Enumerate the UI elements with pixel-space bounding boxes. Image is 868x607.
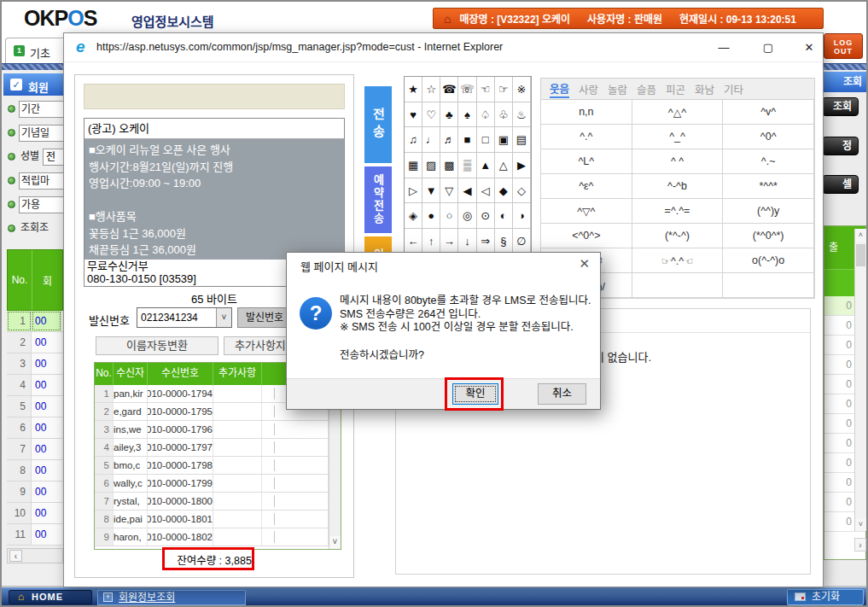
chevron-down-icon[interactable]: ˅ (216, 308, 231, 327)
excel-button[interactable]: 셀 (822, 175, 859, 194)
symbol-char[interactable]: ☎ (440, 77, 458, 102)
symbol-char[interactable]: ◁ (477, 178, 495, 204)
symbol-char[interactable]: ♨ (513, 102, 531, 128)
search-field-row[interactable]: 적립마 (3, 169, 66, 193)
symbol-char[interactable]: ◐ (495, 203, 513, 229)
emoticon-tab[interactable]: 피곤 (666, 81, 685, 97)
cancel-button[interactable]: 취소 (538, 383, 586, 405)
emoticon-item[interactable]: n,n (541, 100, 632, 125)
emoticon-item[interactable]: ^v^ (723, 100, 814, 125)
emoticon-tab[interactable]: 화남 (695, 81, 714, 97)
symbol-char[interactable]: ▼ (422, 178, 440, 204)
emoticon-item[interactable] (632, 273, 724, 298)
emoticon-item[interactable]: *^^* (723, 174, 814, 199)
send-button[interactable]: 전송 (364, 86, 392, 163)
home-button[interactable]: ⌂HOME (9, 590, 92, 604)
delete-x-icon[interactable] (262, 477, 328, 492)
scroll-left-icon[interactable]: ‹ (9, 550, 22, 562)
maximize-button[interactable]: ▢ (750, 33, 786, 62)
symbol-char[interactable]: ← (405, 229, 422, 254)
symbol-char[interactable]: ♧ (495, 102, 513, 128)
symbol-char[interactable]: ♫ (405, 127, 422, 153)
symbol-char[interactable]: ▤ (513, 127, 531, 153)
recipient-row[interactable]: 8 ide,pai 010-0000-1801 (95, 511, 341, 528)
scroll-right-icon[interactable]: › (854, 538, 866, 552)
recipient-row[interactable]: 6 wally,c 010-0000-1799 (95, 475, 341, 493)
emoticon-item[interactable]: ^.~ (723, 149, 814, 174)
recipient-row[interactable]: 9 haron, 010-0000-1802 (95, 528, 341, 546)
symbol-char[interactable]: ♠ (458, 102, 476, 128)
symbol-char[interactable]: ※ (513, 77, 531, 102)
delete-x-icon[interactable] (262, 423, 328, 438)
emoticon-item[interactable]: ☞^.^☜ (632, 248, 724, 273)
scroll-up-icon[interactable]: ˄ (855, 229, 866, 242)
symbol-char[interactable]: ▦ (405, 153, 422, 178)
emoticon-tab[interactable]: 사랑 (579, 81, 598, 97)
delete-x-icon[interactable] (262, 495, 328, 510)
symbol-char[interactable]: ↓ (458, 229, 476, 254)
member-table-row[interactable]: 9 00 (7, 482, 63, 503)
symbol-char[interactable]: → (440, 229, 458, 254)
recipient-row[interactable]: 3 ins,we 010-0000-1796 (95, 421, 341, 439)
symbol-char[interactable]: ▲ (477, 153, 495, 178)
emoticon-item[interactable] (723, 273, 814, 298)
symbol-char[interactable]: ☞ (495, 77, 513, 102)
emoticon-tab[interactable]: 기타 (724, 81, 743, 97)
symbol-char[interactable]: ▣ (495, 127, 513, 153)
emoticon-item[interactable]: ^△^ (632, 100, 724, 125)
emoticon-item[interactable]: ^▽^ (541, 199, 632, 224)
symbol-char[interactable]: ◑ (513, 203, 531, 229)
symbol-char[interactable]: ⇒ (477, 229, 495, 254)
tab-basic[interactable]: 1 기초 (5, 38, 67, 63)
symbol-char[interactable]: ▽ (440, 178, 458, 204)
logout-button[interactable]: LOG OUT (824, 33, 863, 59)
symbol-char[interactable]: ▷ (405, 178, 422, 204)
symbol-char[interactable]: ☆ (422, 77, 440, 102)
member-table-row[interactable]: 7 00 (7, 439, 63, 460)
emoticon-item[interactable]: ^ε^ (541, 174, 632, 199)
symbol-char[interactable]: ♩ (422, 127, 440, 153)
sender-number-select[interactable]: 0212341234 ˅ (137, 307, 232, 328)
scrollbar-thumb[interactable] (856, 244, 865, 266)
symbol-char[interactable]: ☏ (458, 77, 476, 102)
member-table-hscrollbar[interactable]: ‹ (7, 548, 63, 563)
search-field-row[interactable]: 조회조 (3, 217, 66, 241)
emoticon-item[interactable]: ^L^ (541, 149, 632, 174)
delete-x-icon[interactable] (262, 513, 328, 528)
symbol-char[interactable]: ▩ (440, 153, 458, 178)
symbol-char[interactable]: ◈ (405, 203, 422, 229)
emoticon-item[interactable]: ^0^ (723, 125, 814, 149)
emoticon-item[interactable]: o(^-^)o (723, 248, 814, 273)
emoticon-item[interactable]: (^^)y (723, 199, 814, 224)
symbol-char[interactable]: ☜ (477, 77, 495, 102)
taskbar-tab-member-info[interactable]: +회원정보조회 (97, 590, 246, 605)
name-autoconvert-button[interactable]: 이름자동변환 (96, 336, 218, 355)
symbol-char[interactable]: ⊙ (477, 203, 495, 229)
symbol-char[interactable]: ▶ (513, 153, 531, 178)
symbol-char[interactable]: ○ (440, 203, 458, 229)
emoticon-item[interactable]: <^0^> (541, 224, 632, 248)
delete-x-icon[interactable] (262, 531, 328, 546)
recipient-row[interactable]: 4 ailey,3 010-0000-1797 (95, 439, 341, 457)
delete-x-icon[interactable] (262, 459, 328, 474)
symbol-char[interactable]: ◀ (458, 178, 476, 204)
search-field-row[interactable]: 기간 (3, 97, 66, 121)
member-table-row[interactable]: 3 00 (7, 353, 63, 375)
right-table-vscrollbar[interactable]: ˄ ˅ (854, 229, 866, 531)
reserve-send-button[interactable]: 예약전송 (364, 166, 392, 233)
symbol-char[interactable]: ★ (405, 77, 422, 102)
emoticon-item[interactable]: ^.^ (541, 125, 632, 149)
close-button[interactable]: ✕ (791, 33, 827, 62)
minimize-button[interactable]: — (706, 33, 742, 62)
symbol-char[interactable]: § (495, 229, 513, 254)
symbol-char[interactable]: ♤ (477, 102, 495, 128)
subject-input[interactable] (84, 84, 345, 109)
symbol-char[interactable]: △ (495, 153, 513, 178)
symbol-char[interactable]: ● (422, 203, 440, 229)
member-table-row[interactable]: 1 00 (7, 311, 63, 332)
scroll-down-icon[interactable]: ˅ (855, 518, 866, 531)
symbol-char[interactable]: ♣ (440, 102, 458, 128)
emoticon-item[interactable]: ^_^ (632, 125, 724, 149)
ie-titlebar[interactable]: e https://asp.netusys.com/common/jsp/msg… (64, 33, 823, 62)
edit-button[interactable]: 정 (822, 137, 859, 155)
